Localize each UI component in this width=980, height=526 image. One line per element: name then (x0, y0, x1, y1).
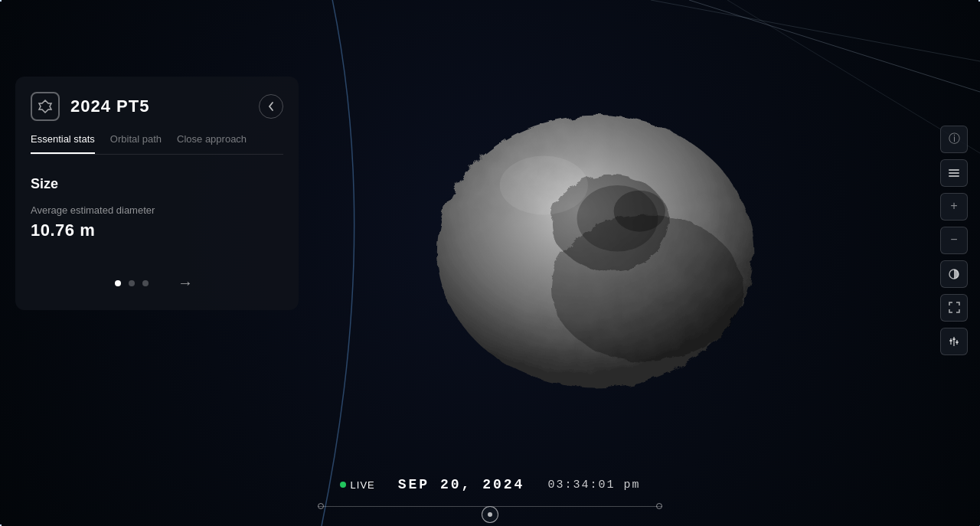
pagination-dot-3[interactable] (142, 280, 149, 286)
section-title: Size (31, 176, 283, 192)
timeline-track[interactable] (318, 498, 662, 514)
timeline-thumb[interactable] (482, 506, 498, 523)
size-section: Size Average estimated diameter 10.76 m (31, 176, 283, 240)
tab-essential-stats[interactable]: Essential stats (31, 133, 95, 154)
bottom-bar: LIVE SEP 20, 2024 03:34:01 pm (0, 465, 980, 526)
live-indicator: LIVE (340, 479, 375, 491)
time-display: LIVE SEP 20, 2024 03:34:01 pm (340, 477, 641, 492)
live-dot (340, 482, 346, 488)
pagination-dot-1[interactable] (115, 280, 121, 286)
info-button[interactable]: ⓘ (940, 126, 968, 153)
panel-title: 2024 PT5 (70, 96, 149, 116)
panel-header: 2024 PT5 (31, 92, 283, 121)
contrast-icon (948, 268, 960, 280)
panel-header-left: 2024 PT5 (31, 92, 149, 121)
settings-icon (948, 335, 960, 348)
svg-point-8 (551, 214, 743, 361)
zoom-in-icon: + (950, 200, 958, 214)
svg-rect-18 (952, 338, 956, 340)
settings-button[interactable] (940, 328, 968, 355)
card-pagination: → (31, 271, 283, 295)
back-button[interactable] (259, 94, 283, 119)
svg-rect-19 (956, 341, 959, 343)
svg-rect-12 (949, 175, 959, 177)
info-icon: ⓘ (949, 132, 960, 146)
expand-button[interactable] (940, 294, 968, 322)
track-line (318, 506, 662, 507)
info-panel: 2024 PT5 Essential stats Orbital path Cl… (15, 77, 299, 310)
date-display: SEP 20, 2024 (398, 477, 525, 492)
live-label: LIVE (351, 479, 375, 491)
pagination-dot-2[interactable] (129, 280, 135, 286)
contrast-button[interactable] (940, 260, 968, 288)
svg-rect-10 (949, 169, 959, 171)
time-clock: 03:34:01 pm (547, 479, 640, 492)
asteroid-mesh (358, 53, 818, 436)
layers-icon (948, 167, 960, 179)
tab-orbital-path[interactable]: Orbital path (110, 133, 162, 154)
tab-close-approach[interactable]: Close approach (177, 133, 247, 154)
svg-point-7 (500, 155, 588, 214)
stat-value: 10.76 m (31, 221, 283, 240)
asteroid-symbol-icon (38, 99, 53, 114)
svg-marker-9 (39, 100, 51, 113)
zoom-out-icon: − (950, 234, 958, 247)
back-chevron-icon (266, 101, 276, 112)
svg-rect-11 (949, 172, 959, 174)
expand-icon (949, 302, 960, 313)
zoom-out-button[interactable]: − (940, 227, 968, 254)
tabs-container: Essential stats Orbital path Close appro… (31, 133, 283, 155)
next-arrow-button[interactable]: → (172, 271, 199, 295)
asteroid-icon (31, 92, 60, 121)
layers-button[interactable] (940, 159, 968, 187)
stat-label: Average estimated diameter (31, 204, 283, 216)
thumb-inner (488, 512, 492, 517)
right-controls: ⓘ + − (940, 126, 968, 355)
svg-rect-17 (949, 340, 952, 341)
zoom-in-button[interactable]: + (940, 193, 968, 221)
